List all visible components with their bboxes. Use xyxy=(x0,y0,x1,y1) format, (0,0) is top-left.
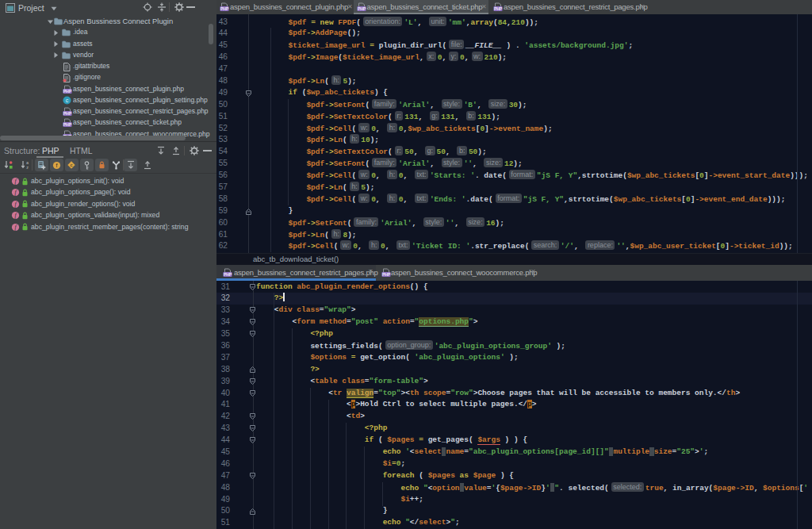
svg-text:f: f xyxy=(56,163,58,168)
svg-text:PHP: PHP xyxy=(63,122,72,127)
svg-text:PHP: PHP xyxy=(224,271,232,276)
svg-text:c: c xyxy=(71,163,73,167)
svg-text:PHP: PHP xyxy=(220,6,229,11)
svg-text:PHP: PHP xyxy=(63,111,72,116)
svg-text:PHP: PHP xyxy=(358,6,366,11)
svg-text:PHP: PHP xyxy=(382,271,391,276)
svg-text:z: z xyxy=(26,165,29,170)
svg-text:PHP: PHP xyxy=(63,88,72,93)
svg-text:c: c xyxy=(66,98,69,103)
svg-text:PHP: PHP xyxy=(494,6,503,11)
